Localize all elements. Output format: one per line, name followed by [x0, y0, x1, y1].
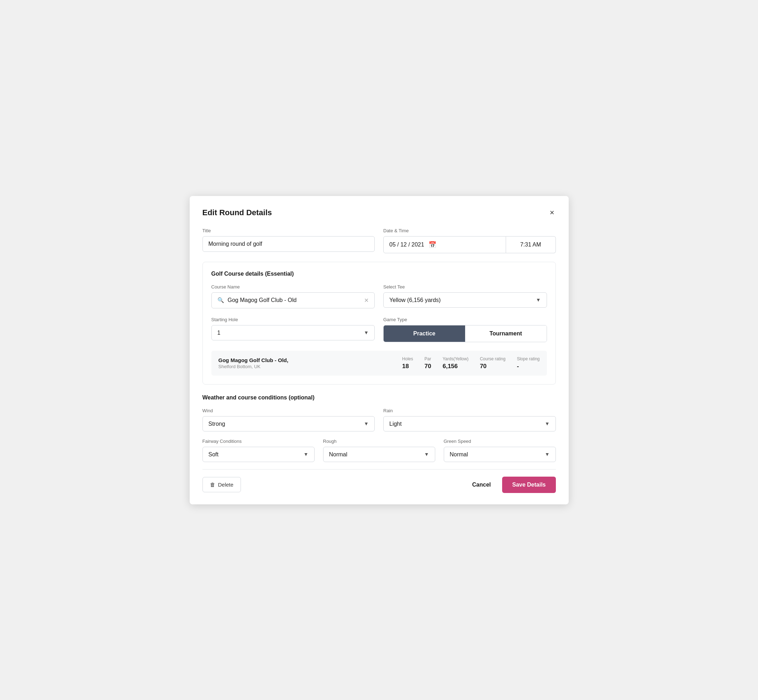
game-type-label: Game Type — [383, 317, 547, 322]
starting-hole-wrap[interactable]: 1 ▼ — [211, 325, 375, 341]
practice-button[interactable]: Practice — [384, 325, 465, 342]
close-button[interactable]: × — [548, 207, 556, 218]
select-tee-group: Select Tee Yellow (6,156 yards) ▼ — [383, 284, 547, 308]
yards-label: Yards(Yellow) — [443, 356, 469, 361]
course-name-label: Course Name — [211, 284, 375, 289]
rough-select-wrap[interactable]: Normal ▼ — [323, 447, 435, 462]
tournament-button[interactable]: Tournament — [465, 325, 547, 342]
fairway-rough-green-row: Fairway Conditions Soft ▼ Rough Normal ▼ — [202, 439, 556, 462]
weather-section: Weather and course conditions (optional)… — [202, 394, 556, 462]
wind-dropdown[interactable]: Strong — [208, 421, 369, 427]
save-button[interactable]: Save Details — [502, 477, 556, 493]
title-group: Title — [202, 228, 375, 252]
course-info-details: Gog Magog Golf Club - Old, Shelford Bott… — [219, 357, 289, 369]
rain-select-wrap[interactable]: Light ▼ — [383, 416, 556, 431]
title-datetime-row: Title Date & Time 05 / 12 / 2021 📅 7:31 … — [202, 228, 556, 253]
course-search-wrap[interactable]: 🔍 ✕ — [211, 292, 375, 308]
starting-hole-dropdown[interactable]: 1 — [218, 330, 369, 336]
calendar-icon: 📅 — [429, 241, 436, 248]
date-value: 05 / 12 / 2021 — [389, 242, 424, 248]
course-info-row: Gog Magog Golf Club - Old, Shelford Bott… — [211, 351, 547, 376]
title-label: Title — [202, 228, 375, 233]
wind-rain-row: Wind Strong ▼ Rain Light ▼ — [202, 408, 556, 431]
fairway-select-wrap[interactable]: Soft ▼ — [202, 447, 315, 462]
footer-row: 🗑 Delete Cancel Save Details — [202, 469, 556, 493]
holes-value: 18 — [402, 363, 409, 370]
stat-holes: Holes 18 — [402, 356, 413, 370]
time-input-wrap[interactable]: 7:31 AM — [506, 236, 556, 253]
rough-group: Rough Normal ▼ — [323, 439, 435, 462]
rough-dropdown[interactable]: Normal — [329, 452, 429, 458]
title-input[interactable] — [202, 236, 375, 252]
delete-label: Delete — [218, 481, 233, 488]
weather-section-title: Weather and course conditions (optional) — [202, 394, 556, 401]
course-name-group: Course Name 🔍 ✕ — [211, 284, 375, 308]
fairway-dropdown[interactable]: Soft — [208, 452, 309, 458]
slope-rating-label: Slope rating — [517, 356, 539, 361]
wind-select-wrap[interactable]: Strong ▼ — [202, 416, 375, 431]
stat-yards: Yards(Yellow) 6,156 — [443, 356, 469, 370]
course-rating-value: 70 — [480, 363, 487, 370]
course-stats: Holes 18 Par 70 Yards(Yellow) 6,156 Cour… — [402, 356, 539, 370]
par-value: 70 — [424, 363, 431, 370]
green-speed-label: Green Speed — [444, 439, 556, 444]
course-info-name: Gog Magog Golf Club - Old, — [219, 357, 289, 363]
time-value: 7:31 AM — [520, 242, 541, 248]
modal-header: Edit Round Details × — [202, 207, 556, 218]
course-tee-row: Course Name 🔍 ✕ Select Tee Yellow (6,156… — [211, 284, 547, 308]
date-input-wrap[interactable]: 05 / 12 / 2021 📅 — [383, 236, 506, 253]
par-label: Par — [424, 356, 431, 361]
trash-icon: 🗑 — [210, 481, 215, 488]
yards-value: 6,156 — [443, 363, 458, 370]
game-type-group: Game Type Practice Tournament — [383, 317, 547, 342]
edit-round-modal: Edit Round Details × Title Date & Time 0… — [190, 196, 568, 505]
rain-label: Rain — [383, 408, 556, 413]
game-type-toggle: Practice Tournament — [383, 325, 547, 342]
holes-label: Holes — [402, 356, 413, 361]
course-name-input[interactable] — [228, 297, 361, 303]
search-icon: 🔍 — [218, 297, 224, 303]
rain-group: Rain Light ▼ — [383, 408, 556, 431]
datetime-label: Date & Time — [383, 228, 556, 233]
select-tee-label: Select Tee — [383, 284, 547, 289]
wind-label: Wind — [202, 408, 375, 413]
stat-slope-rating: Slope rating - — [517, 356, 539, 370]
slope-rating-value: - — [517, 363, 519, 370]
rough-label: Rough — [323, 439, 435, 444]
clear-icon[interactable]: ✕ — [364, 297, 369, 304]
wind-group: Wind Strong ▼ — [202, 408, 375, 431]
fairway-label: Fairway Conditions — [202, 439, 315, 444]
rain-dropdown[interactable]: Light — [389, 421, 550, 427]
datetime-group: Date & Time 05 / 12 / 2021 📅 7:31 AM — [383, 228, 556, 253]
golf-course-section: Golf Course details (Essential) Course N… — [202, 262, 556, 384]
green-speed-dropdown[interactable]: Normal — [450, 452, 550, 458]
footer-right: Cancel Save Details — [469, 477, 556, 493]
select-tee-dropdown[interactable]: Yellow (6,156 yards) — [389, 297, 541, 303]
fairway-group: Fairway Conditions Soft ▼ — [202, 439, 315, 462]
date-time-inputs: 05 / 12 / 2021 📅 7:31 AM — [383, 236, 556, 253]
modal-title: Edit Round Details — [202, 208, 272, 217]
stat-course-rating: Course rating 70 — [480, 356, 505, 370]
course-rating-label: Course rating — [480, 356, 505, 361]
green-speed-group: Green Speed Normal ▼ — [444, 439, 556, 462]
hole-gametype-row: Starting Hole 1 ▼ Game Type Practice Tou… — [211, 317, 547, 342]
course-info-location: Shelford Bottom, UK — [219, 364, 289, 369]
green-speed-select-wrap[interactable]: Normal ▼ — [444, 447, 556, 462]
starting-hole-group: Starting Hole 1 ▼ — [211, 317, 375, 341]
stat-par: Par 70 — [424, 356, 431, 370]
golf-course-section-title: Golf Course details (Essential) — [211, 271, 547, 277]
select-tee-wrap[interactable]: Yellow (6,156 yards) ▼ — [383, 292, 547, 308]
delete-button[interactable]: 🗑 Delete — [202, 477, 241, 492]
starting-hole-label: Starting Hole — [211, 317, 375, 322]
cancel-button[interactable]: Cancel — [469, 477, 493, 492]
